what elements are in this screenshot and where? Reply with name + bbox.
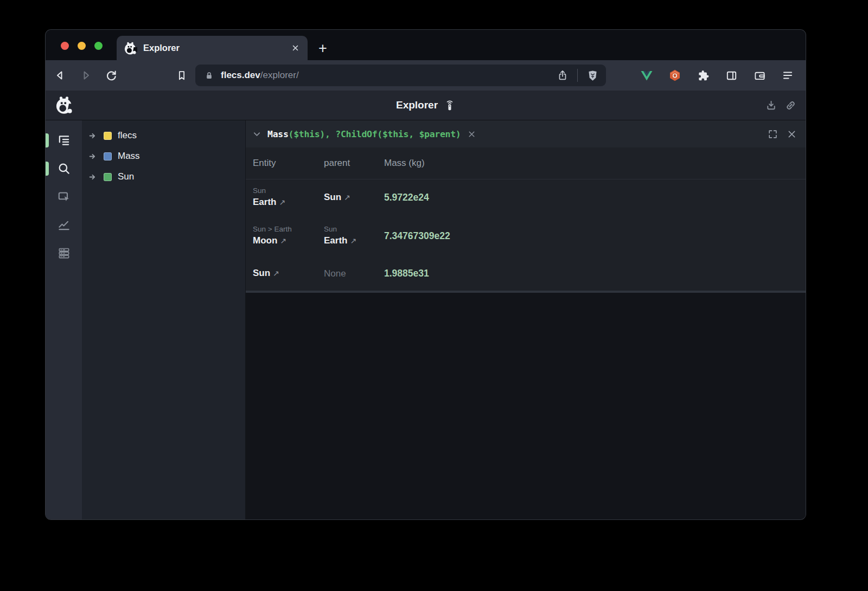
mass-value: 1.9885e31 [384, 268, 806, 279]
flecs-logo-icon[interactable] [54, 95, 74, 115]
activity-stats-button[interactable] [46, 211, 82, 239]
query-clear-icon[interactable] [467, 130, 476, 139]
parent-none: None [324, 268, 384, 279]
entity-link[interactable]: Earth↗ [253, 196, 324, 209]
entity-link[interactable]: Moon↗ [253, 234, 324, 248]
entity-color-swatch [104, 132, 112, 140]
chevron-down-icon[interactable] [252, 129, 262, 139]
goto-arrow-icon: ↗ [273, 269, 279, 278]
url-path: /explorer/ [260, 70, 299, 80]
column-header-parent: parent [324, 158, 384, 169]
link-icon[interactable] [784, 99, 797, 112]
reload-icon[interactable] [104, 68, 118, 82]
url-bar[interactable]: flecs.dev/explorer/ [195, 65, 606, 86]
remote-connected-icon [444, 99, 455, 112]
goto-arrow-icon: ↗ [344, 193, 350, 202]
activity-bar [46, 120, 82, 519]
query-term-entity: Mass [267, 129, 289, 139]
main-panel: Mass($this), ?ChildOf($this, $parent) En… [246, 120, 806, 519]
tree-item-sun[interactable]: Sun [82, 166, 245, 187]
back-icon[interactable] [53, 68, 67, 82]
active-indicator [46, 133, 49, 147]
entity-color-swatch [104, 173, 112, 181]
tree-item-label: Sun [118, 171, 134, 182]
url-host: flecs.dev [221, 70, 260, 80]
tab-bar: Explorer + [46, 30, 806, 60]
url-text: flecs.dev/explorer/ [221, 70, 299, 81]
sidebar-toggle-icon[interactable] [724, 68, 738, 82]
brave-shield-icon[interactable] [585, 68, 599, 82]
hexagon-extension-icon[interactable] [668, 68, 682, 82]
mass-value: 5.9722e24 [384, 192, 806, 203]
wallet-icon[interactable] [752, 68, 767, 82]
browser-window: Explorer + flecs.dev/explor [46, 30, 806, 519]
download-icon[interactable] [765, 99, 777, 112]
zoom-window-button[interactable] [94, 42, 103, 50]
goto-arrow-icon: ↗ [280, 236, 286, 245]
tree-item-mass[interactable]: Mass [82, 146, 245, 166]
table-row: Sun↗ None 1.9885e31 [246, 256, 806, 291]
entity-path: Sun > Earth [253, 224, 324, 235]
browser-tab-explorer[interactable]: Explorer [117, 36, 308, 60]
close-icon[interactable] [787, 129, 797, 139]
minimize-window-button[interactable] [78, 42, 86, 50]
tab-title: Explorer [143, 43, 289, 53]
mass-value: 7.34767309e22 [384, 230, 806, 242]
stats-chart-icon [57, 218, 71, 232]
tree-item-flecs[interactable]: flecs [82, 125, 245, 146]
url-divider [577, 69, 578, 82]
expand-arrow-icon[interactable] [88, 152, 98, 161]
entity-link[interactable]: Sun↗ [253, 267, 324, 280]
share-icon[interactable] [556, 68, 570, 82]
column-header-mass: Mass (kg) [384, 158, 806, 169]
active-indicator [46, 162, 49, 176]
extensions-puzzle-icon[interactable] [696, 68, 710, 82]
activity-commands-button[interactable] [46, 239, 82, 267]
menu-icon[interactable] [781, 68, 795, 82]
close-window-button[interactable] [61, 42, 69, 50]
activity-inspect-button[interactable] [46, 183, 82, 211]
entity-path: Sun [253, 185, 324, 196]
parent-link[interactable]: Sun↗ [324, 191, 384, 204]
content-area: flecs Mass Sun [46, 120, 806, 519]
vue-devtools-icon[interactable] [640, 68, 654, 82]
traffic-lights [61, 42, 103, 50]
browser-toolbar: flecs.dev/explorer/ [46, 60, 806, 91]
commands-icon [57, 246, 71, 260]
table-header: Entity parent Mass (kg) [246, 147, 806, 179]
goto-arrow-icon: ↗ [279, 198, 285, 207]
search-icon [57, 162, 71, 176]
parent-path: Sun [324, 224, 384, 235]
goto-arrow-icon: ↗ [350, 236, 356, 245]
query-expression[interactable]: Mass($this), ?ChildOf($this, $parent) [267, 129, 461, 139]
tree-item-label: Mass [118, 151, 140, 162]
flecs-favicon-icon [123, 41, 137, 55]
inspect-icon [57, 190, 71, 204]
bookmark-icon[interactable] [175, 68, 189, 82]
entity-tree-panel: flecs Mass Sun [82, 120, 246, 519]
empty-canvas [246, 293, 806, 519]
column-header-entity: Entity [253, 158, 324, 169]
expand-icon[interactable] [768, 129, 778, 139]
new-tab-button[interactable]: + [318, 41, 327, 56]
parent-link[interactable]: Earth↗ [324, 234, 384, 248]
query-bar[interactable]: Mass($this), ?ChildOf($this, $parent) [246, 120, 806, 147]
forward-icon[interactable] [79, 68, 93, 82]
query-results-table: Entity parent Mass (kg) Sun Earth↗ Sun↗ [246, 147, 806, 293]
tree-item-label: flecs [118, 130, 137, 141]
expand-arrow-icon[interactable] [88, 131, 98, 140]
tab-close-icon[interactable] [289, 42, 301, 54]
activity-search-button[interactable] [46, 155, 82, 183]
activity-entity-tree-button[interactable] [46, 126, 82, 155]
entity-tree-icon [57, 133, 71, 147]
query-term-rest: ($this), ?ChildOf($this, $parent) [289, 129, 461, 139]
table-row: Sun Earth↗ Sun↗ 5.9722e24 [246, 179, 806, 215]
page-title: Explorer [396, 99, 438, 111]
entity-color-swatch [104, 152, 112, 160]
app-header: Explorer [46, 91, 806, 120]
table-row: Sun > Earth Moon↗ Sun Earth↗ 7.34767309e… [246, 215, 806, 256]
expand-arrow-icon[interactable] [88, 172, 98, 182]
lock-icon [202, 68, 216, 82]
